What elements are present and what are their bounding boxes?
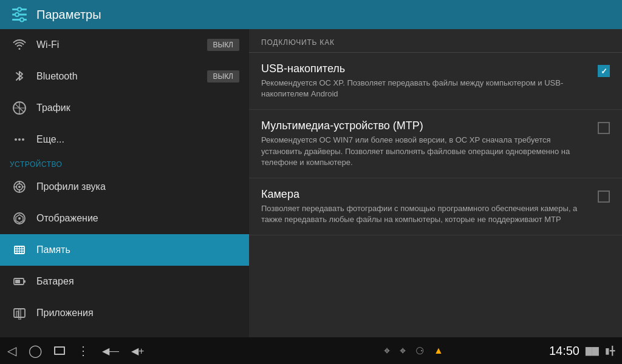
- nav-menu-icon[interactable]: ⋮: [77, 343, 90, 358]
- svg-point-11: [18, 138, 21, 141]
- bluetooth-icon: [10, 67, 29, 86]
- battery-status-icon: ▮╋: [605, 346, 615, 356]
- wifi-label: Wi-Fi: [36, 39, 207, 50]
- sidebar-item-memory[interactable]: Память: [0, 234, 249, 266]
- content-header: ПОДКЛЮЧИТЬ КАК: [249, 29, 622, 53]
- nav-recent-icon[interactable]: [54, 346, 65, 355]
- main-content: Wi-Fi ВЫКЛ Bluetooth ВЫКЛ Трафик: [0, 29, 622, 337]
- usb-icon-2: ⌖: [400, 345, 406, 357]
- warning-icon: ▲: [434, 345, 443, 356]
- usb-icon-1: ⌖: [384, 345, 390, 357]
- option-mtp-text: Мультимедиа-устройство (МТР) Рекомендует…: [261, 120, 590, 168]
- battery-icon: [10, 272, 29, 291]
- sound-icon: [10, 177, 29, 197]
- statusbar-right: 14:50 ▇▇ ▮╋: [549, 344, 615, 358]
- sidebar-item-battery[interactable]: Батарея: [0, 266, 249, 297]
- svg-point-17: [18, 217, 21, 220]
- more-label: Еще...: [36, 134, 239, 145]
- svg-rect-27: [14, 309, 25, 317]
- nav-back-icon[interactable]: ◁: [7, 343, 16, 358]
- option-mtp-title: Мультимедиа-устройство (МТР): [261, 120, 590, 132]
- svg-point-15: [18, 186, 21, 188]
- svg-point-2: [18, 8, 21, 12]
- wifi-badge: ВЫКЛ: [207, 39, 240, 51]
- content-section-title: ПОДКЛЮЧИТЬ КАК: [261, 38, 335, 47]
- content-panel: ПОДКЛЮЧИТЬ КАК USB-накопитель Рекомендуе…: [249, 29, 622, 337]
- sidebar-item-traffic[interactable]: Трафик: [0, 92, 249, 124]
- svg-rect-26: [15, 280, 20, 283]
- display-icon: [10, 209, 29, 228]
- sound-label: Профили звука: [36, 181, 239, 192]
- option-camera-title: Камера: [261, 188, 590, 201]
- option-camera[interactable]: Камера Позволяет передавать фотографии с…: [249, 178, 622, 235]
- status-bar: ◁ ◯ ⋮ ◀— ◀+ ⌖ ⌖ ⚆ ▲ 14:50 ▇▇ ▮╋: [0, 337, 622, 364]
- more-icon: [10, 130, 29, 149]
- sidebar: Wi-Fi ВЫКЛ Bluetooth ВЫКЛ Трафик: [0, 29, 249, 337]
- sidebar-item-bluetooth[interactable]: Bluetooth ВЫКЛ: [0, 61, 249, 92]
- statusbar-nav: ◁ ◯ ⋮ ◀— ◀+: [7, 343, 278, 358]
- apps-icon: [10, 303, 29, 323]
- traffic-label: Трафик: [36, 103, 239, 113]
- option-mtp-desc: Рекомендуется ОС WIN7 или более новой ве…: [261, 135, 590, 168]
- sidebar-item-display[interactable]: Отображение: [0, 203, 249, 234]
- option-mtp[interactable]: Мультимедиа-устройство (МТР) Рекомендует…: [249, 110, 622, 178]
- sidebar-item-apps[interactable]: Приложения: [0, 297, 249, 329]
- option-usb-desc: Рекомендуется ОС XP. Позволяет передават…: [261, 78, 590, 99]
- app-header: Параметры: [0, 0, 622, 29]
- status-time: 14:50: [549, 344, 579, 358]
- signal-icon: ▇▇: [586, 346, 599, 356]
- svg-rect-4: [18, 14, 27, 16]
- apps-label: Приложения: [36, 308, 239, 318]
- svg-point-8: [20, 18, 24, 22]
- settings-icon: [10, 5, 29, 24]
- svg-point-5: [15, 13, 19, 16]
- display-label: Отображение: [36, 213, 239, 224]
- option-camera-desc: Позволяет передавать фотографии с помощь…: [261, 203, 590, 225]
- option-camera-checkbox[interactable]: [598, 190, 610, 203]
- nav-vol-icon[interactable]: ◀+: [131, 345, 144, 357]
- traffic-icon: [10, 98, 29, 118]
- bluetooth-label: Bluetooth: [36, 71, 207, 82]
- memory-icon: [10, 240, 29, 260]
- option-usb-text: USB-накопитель Рекомендуется ОС XP. Позв…: [261, 62, 590, 99]
- svg-rect-6: [12, 19, 21, 21]
- wifi-icon: [10, 35, 29, 55]
- svg-point-12: [22, 138, 24, 141]
- option-usb-checkbox[interactable]: [598, 65, 610, 77]
- gallery-icon: ⚆: [415, 345, 424, 357]
- battery-label: Батарея: [36, 276, 239, 287]
- bluetooth-badge: ВЫКЛ: [207, 70, 240, 83]
- option-usb-title: USB-накопитель: [261, 62, 590, 75]
- header-title: Параметры: [36, 8, 101, 22]
- sidebar-item-sound[interactable]: Профили звука: [0, 171, 249, 203]
- section-device: УСТРОЙСТВО: [0, 155, 249, 171]
- nav-prev-icon[interactable]: ◀—: [102, 345, 119, 357]
- option-usb[interactable]: USB-накопитель Рекомендуется ОС XP. Позв…: [249, 53, 622, 110]
- svg-point-10: [15, 138, 17, 141]
- nav-home-icon[interactable]: ◯: [29, 343, 42, 358]
- sidebar-item-wifi[interactable]: Wi-Fi ВЫКЛ: [0, 29, 249, 61]
- sidebar-item-more[interactable]: Еще...: [0, 124, 249, 155]
- option-camera-text: Камера Позволяет передавать фотографии с…: [261, 188, 590, 225]
- statusbar-center: ⌖ ⌖ ⚆ ▲: [278, 345, 549, 357]
- memory-label: Память: [36, 244, 239, 255]
- svg-rect-25: [24, 280, 26, 283]
- option-mtp-checkbox[interactable]: [598, 122, 610, 134]
